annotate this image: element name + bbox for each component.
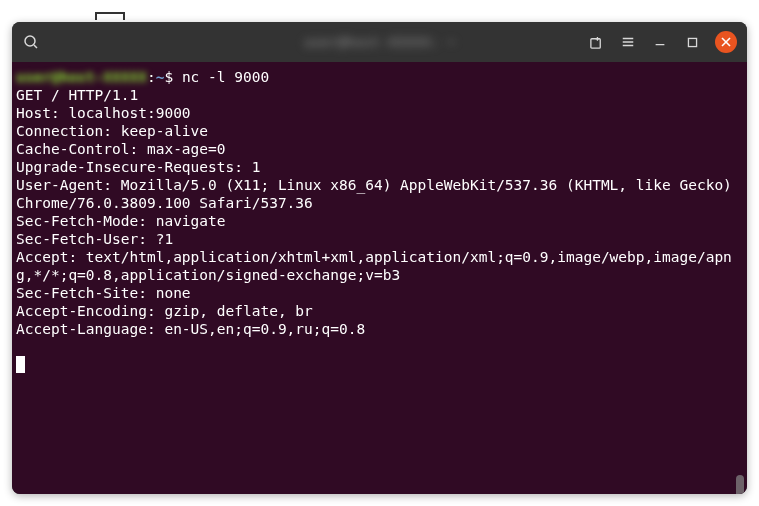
cursor — [16, 356, 25, 373]
prompt-separator: : — [147, 69, 156, 85]
maximize-button[interactable] — [683, 33, 701, 51]
svg-point-0 — [25, 36, 35, 46]
output-line: Sec-Fetch-User: ?1 — [16, 231, 173, 247]
window-title: user@host-XXXXX: ~ — [304, 34, 456, 50]
prompt-user-host: user@host-XXXXX — [16, 69, 147, 85]
close-button[interactable] — [715, 31, 737, 53]
output-line: User-Agent: Mozilla/5.0 (X11; Linux x86_… — [16, 177, 741, 211]
output-line: Cache-Control: max-age=0 — [16, 141, 226, 157]
background-decoration — [95, 12, 125, 20]
terminal-body[interactable]: user@host-XXXXX:~$ nc -l 9000 GET / HTTP… — [12, 62, 747, 494]
title-bar: user@host-XXXXX: ~ — [12, 22, 747, 62]
menu-icon[interactable] — [619, 33, 637, 51]
search-icon[interactable] — [22, 33, 40, 51]
scrollbar[interactable] — [736, 475, 744, 494]
svg-rect-2 — [590, 38, 599, 47]
terminal-window: user@host-XXXXX: ~ — [12, 22, 747, 494]
output-line: Connection: keep-alive — [16, 123, 208, 139]
output-line: Host: localhost:9000 — [16, 105, 191, 121]
output-line: Accept-Language: en-US,en;q=0.9,ru;q=0.8 — [16, 321, 365, 337]
output-line: Accept: text/html,application/xhtml+xml,… — [16, 249, 732, 283]
output-line: GET / HTTP/1.1 — [16, 87, 138, 103]
command-text: nc -l 9000 — [182, 69, 269, 85]
minimize-button[interactable] — [651, 33, 669, 51]
output-line: Upgrade-Insecure-Requests: 1 — [16, 159, 260, 175]
output-line: Sec-Fetch-Mode: navigate — [16, 213, 226, 229]
svg-line-1 — [34, 45, 37, 48]
prompt-symbol: $ — [164, 69, 181, 85]
svg-rect-9 — [688, 38, 696, 46]
output-line: Sec-Fetch-Site: none — [16, 285, 191, 301]
new-tab-icon[interactable] — [587, 33, 605, 51]
output-line: Accept-Encoding: gzip, deflate, br — [16, 303, 313, 319]
